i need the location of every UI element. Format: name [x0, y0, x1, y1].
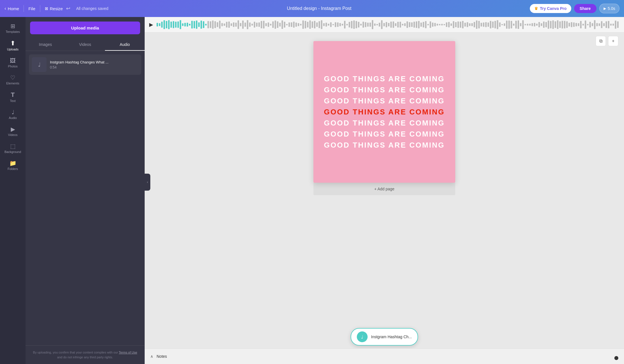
svg-rect-197	[613, 24, 614, 25]
svg-rect-25	[214, 21, 216, 28]
sidebar-item-audio[interactable]: ♩ Audio	[1, 107, 24, 122]
sidebar: ⊞ Templates ⬆ Uploads 🖼 Photos ♡ Element…	[0, 17, 26, 364]
svg-rect-182	[578, 23, 579, 26]
svg-rect-49	[270, 24, 271, 25]
try-canva-pro-button[interactable]: ♛ Try Canva Pro	[530, 4, 571, 13]
audio-item-title: Instgram Hashtag Changes What ...	[50, 60, 138, 64]
sidebar-item-elements[interactable]: ♡ Elements	[1, 72, 24, 88]
design-canvas[interactable]: GOOD THINGS ARE COMING GOOD THINGS ARE C…	[313, 41, 455, 183]
sidebar-item-photos[interactable]: 🖼 Photos	[1, 55, 24, 71]
folders-icon: 📁	[9, 160, 16, 166]
svg-rect-165	[538, 22, 540, 27]
svg-rect-139	[478, 21, 480, 28]
collapse-icon: ‹	[147, 180, 148, 184]
svg-rect-44	[258, 22, 260, 27]
svg-rect-128	[453, 21, 454, 28]
svg-rect-184	[582, 24, 584, 25]
upload-btn-wrap: Upload media	[26, 17, 145, 39]
home-button[interactable]: ‹ Home	[5, 6, 19, 11]
svg-rect-198	[615, 21, 616, 29]
svg-rect-67	[312, 22, 313, 28]
svg-rect-185	[585, 21, 586, 29]
svg-rect-154	[513, 24, 515, 25]
add-element-button[interactable]: +	[608, 36, 618, 46]
svg-rect-72	[323, 23, 325, 26]
svg-rect-152	[508, 20, 510, 29]
svg-rect-142	[485, 22, 487, 27]
file-button[interactable]: File	[28, 6, 35, 11]
notes-toggle-button[interactable]: ∧	[150, 354, 153, 359]
svg-rect-143	[488, 22, 489, 27]
audio-player-title: Instgram Hashtag Ch...	[371, 335, 412, 339]
svg-rect-171	[552, 20, 554, 29]
audio-thumbnail: ♩	[32, 57, 47, 72]
svg-rect-85	[353, 20, 355, 29]
svg-rect-95	[376, 24, 378, 25]
background-label: Background	[5, 150, 21, 154]
text-line-2: GOOD THINGS ARE COMING	[324, 84, 445, 95]
svg-rect-55	[284, 22, 285, 28]
top-navigation: ‹ Home File ⊠ Resize ↩ All changes saved…	[0, 0, 624, 17]
sidebar-item-folders[interactable]: 📁 Folders	[1, 157, 24, 173]
terms-of-use-link[interactable]: Terms of Use	[119, 351, 137, 354]
svg-rect-50	[272, 22, 274, 28]
undo-button[interactable]: ↩	[66, 5, 70, 12]
svg-rect-127	[450, 24, 452, 26]
sidebar-item-text[interactable]: T Text	[1, 89, 24, 105]
svg-rect-42	[254, 22, 255, 28]
crown-icon: ♛	[534, 6, 538, 11]
text-icon: T	[11, 92, 14, 98]
tab-images[interactable]: Images	[26, 39, 65, 51]
svg-rect-38	[244, 23, 246, 27]
audio-item[interactable]: ♩ Instgram Hashtag Changes What ... 0:54	[29, 54, 141, 75]
svg-rect-162	[532, 23, 533, 26]
svg-rect-18	[198, 22, 200, 27]
svg-rect-170	[550, 21, 551, 28]
svg-rect-21	[205, 24, 206, 25]
svg-rect-144	[490, 21, 491, 29]
videos-label: Videos	[8, 133, 17, 137]
svg-rect-74	[328, 24, 329, 26]
svg-rect-62	[300, 24, 302, 25]
svg-rect-73	[326, 23, 327, 27]
tab-videos[interactable]: Videos	[65, 39, 105, 51]
upload-media-button[interactable]: Upload media	[30, 22, 140, 34]
tab-audio[interactable]: Audio	[105, 39, 145, 51]
svg-rect-102	[393, 22, 394, 28]
svg-rect-54	[282, 20, 283, 29]
svg-rect-114	[420, 23, 422, 27]
svg-rect-132	[462, 21, 463, 28]
text-line-6: GOOD THINGS ARE COMING	[324, 129, 445, 140]
sidebar-item-background[interactable]: ⬚ Background	[1, 141, 24, 156]
music-icon: ♩	[361, 334, 363, 340]
svg-rect-133	[464, 23, 466, 27]
svg-rect-26	[217, 22, 218, 27]
collapse-panel-button[interactable]: ‹	[145, 174, 150, 191]
photos-icon: 🖼	[10, 58, 16, 63]
svg-rect-178	[568, 23, 570, 27]
svg-rect-63	[302, 20, 304, 29]
sidebar-item-uploads[interactable]: ⬆ Uploads	[1, 37, 24, 54]
svg-rect-9	[177, 22, 179, 28]
svg-rect-6	[170, 22, 172, 27]
share-button[interactable]: Share	[574, 4, 596, 13]
svg-rect-151	[506, 21, 507, 29]
duration-button[interactable]: ▶ 5.0s	[599, 4, 619, 13]
svg-rect-27	[219, 21, 220, 29]
svg-rect-93	[372, 20, 373, 29]
add-page-button[interactable]: + Add page	[313, 183, 455, 195]
audio-player-bar[interactable]: ♩ Instgram Hashtag Ch...	[351, 328, 418, 346]
nav-divider-2	[40, 5, 40, 12]
sidebar-item-templates[interactable]: ⊞ Templates	[1, 20, 24, 36]
play-button[interactable]: ▶	[149, 22, 153, 28]
svg-rect-15	[191, 21, 193, 28]
sidebar-item-videos[interactable]: ▶ Videos	[1, 124, 24, 139]
left-panel: Upload media Images Videos Audio ♩ Instg…	[26, 17, 145, 364]
footer-text2: and do not infringe any third party righ…	[57, 356, 113, 359]
duplicate-canvas-button[interactable]: ⧉	[596, 36, 606, 46]
resize-button[interactable]: ⊠ Resize	[45, 6, 63, 11]
svg-rect-111	[414, 22, 415, 27]
svg-rect-41	[252, 24, 253, 25]
svg-rect-176	[564, 21, 565, 29]
svg-rect-157	[520, 23, 521, 26]
